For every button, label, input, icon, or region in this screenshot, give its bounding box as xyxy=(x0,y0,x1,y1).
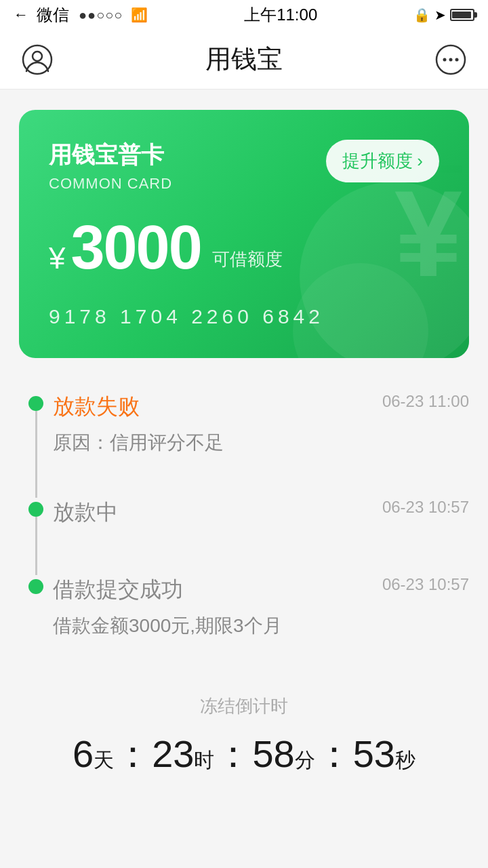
profile-icon[interactable] xyxy=(19,41,56,78)
more-icon[interactable] xyxy=(432,41,469,78)
timeline-time: 06-23 10:57 xyxy=(382,498,469,517)
countdown-days-unit: 天 xyxy=(94,749,114,771)
timeline-time: 06-23 11:00 xyxy=(382,392,469,411)
timeline-item: 放款失败 06-23 11:00 原因：信用评分不足 xyxy=(19,392,469,498)
svg-point-5 xyxy=(455,58,459,61)
timeline-time: 06-23 10:57 xyxy=(382,575,469,594)
timeline-header: 放款中 06-23 10:57 xyxy=(53,498,469,528)
card-name-block: 用钱宝普卡 COMMON CARD xyxy=(49,140,172,193)
svg-point-1 xyxy=(33,52,42,61)
timeline-item: 放款中 06-23 10:57 xyxy=(19,498,469,575)
countdown-hours: 23 xyxy=(152,732,194,775)
svg-point-3 xyxy=(443,58,447,61)
timeline-left xyxy=(19,498,53,575)
signal-icon: ●●○○○ xyxy=(79,7,123,23)
timeline-dot xyxy=(28,396,43,411)
currency-symbol: ¥ xyxy=(49,241,65,275)
lock-icon: 🔒 xyxy=(413,7,430,23)
card-top-row: 用钱宝普卡 COMMON CARD 提升额度 › xyxy=(49,140,439,193)
countdown-seconds-unit: 秒 xyxy=(395,749,415,771)
timeline-right: 放款失败 06-23 11:00 原因：信用评分不足 xyxy=(53,392,469,498)
card-amount-row: ¥ 3000 可借额度 xyxy=(49,217,439,278)
card-limit-label: 可借额度 xyxy=(212,248,283,278)
credit-card: ¥ 用钱宝普卡 COMMON CARD 提升额度 › ¥ 3000 可借额度 9… xyxy=(19,110,469,358)
countdown-hours-unit: 时 xyxy=(194,749,214,771)
countdown-colon3: ： xyxy=(315,732,353,775)
countdown-minutes-unit: 分 xyxy=(295,749,315,771)
status-bar-time: 上午11:00 xyxy=(244,4,317,26)
status-bar: ← 微信 ●●○○○ 📶 上午11:00 🔒 ➤ xyxy=(0,0,488,30)
timeline-desc: 原因：信用评分不足 xyxy=(53,429,469,457)
timeline-right: 放款中 06-23 10:57 xyxy=(53,498,469,575)
back-arrow-icon[interactable]: ← xyxy=(14,6,28,24)
card-decorative-pattern: ¥ xyxy=(394,173,455,295)
timeline-title: 放款中 xyxy=(53,498,118,528)
countdown-colon2: ： xyxy=(214,732,252,775)
wifi-icon: 📶 xyxy=(131,7,148,23)
timeline-desc: 借款金额3000元,期限3个月 xyxy=(53,612,469,640)
timeline-right: 借款提交成功 06-23 10:57 借款金额3000元,期限3个月 xyxy=(53,575,469,654)
timeline-line xyxy=(35,517,37,575)
timeline-dot xyxy=(28,502,43,517)
timeline-line xyxy=(35,411,37,498)
wechat-label: 微信 xyxy=(37,4,69,26)
timeline-dot xyxy=(28,579,43,594)
timeline: 放款失败 06-23 11:00 原因：信用评分不足 放款中 06-23 10:… xyxy=(19,392,469,654)
countdown-label: 冻结倒计时 xyxy=(19,694,469,718)
card-number: 9178 1704 2260 6842 xyxy=(49,305,439,328)
location-icon: ➤ xyxy=(434,7,446,23)
nav-header: 用钱宝 xyxy=(0,30,488,90)
timeline-title-error: 放款失败 xyxy=(53,392,140,422)
battery-icon xyxy=(450,9,474,21)
countdown-minutes: 58 xyxy=(252,732,294,775)
countdown-colon1: ： xyxy=(114,732,152,775)
status-bar-left: ← 微信 ●●○○○ 📶 xyxy=(14,4,148,26)
card-name-cn: 用钱宝普卡 xyxy=(49,140,172,171)
page-title: 用钱宝 xyxy=(205,42,283,77)
countdown-seconds: 53 xyxy=(353,732,395,775)
card-amount: 3000 xyxy=(70,217,201,278)
card-name-en: COMMON CARD xyxy=(49,175,172,193)
timeline-header: 放款失败 06-23 11:00 xyxy=(53,392,469,422)
countdown-timer: 6天：23时：58分：53秒 xyxy=(19,729,469,781)
status-bar-right: 🔒 ➤ xyxy=(413,7,474,23)
countdown-section: 冻结倒计时 6天：23时：58分：53秒 xyxy=(19,681,469,808)
main-content: ¥ 用钱宝普卡 COMMON CARD 提升额度 › ¥ 3000 可借额度 9… xyxy=(0,90,488,828)
timeline-line-last xyxy=(35,594,37,654)
timeline-left xyxy=(19,575,53,654)
timeline-title: 借款提交成功 xyxy=(53,575,183,605)
timeline-header: 借款提交成功 06-23 10:57 xyxy=(53,575,469,605)
svg-point-4 xyxy=(449,58,453,61)
timeline-left xyxy=(19,392,53,498)
countdown-days: 6 xyxy=(73,732,94,775)
timeline-item: 借款提交成功 06-23 10:57 借款金额3000元,期限3个月 xyxy=(19,575,469,654)
